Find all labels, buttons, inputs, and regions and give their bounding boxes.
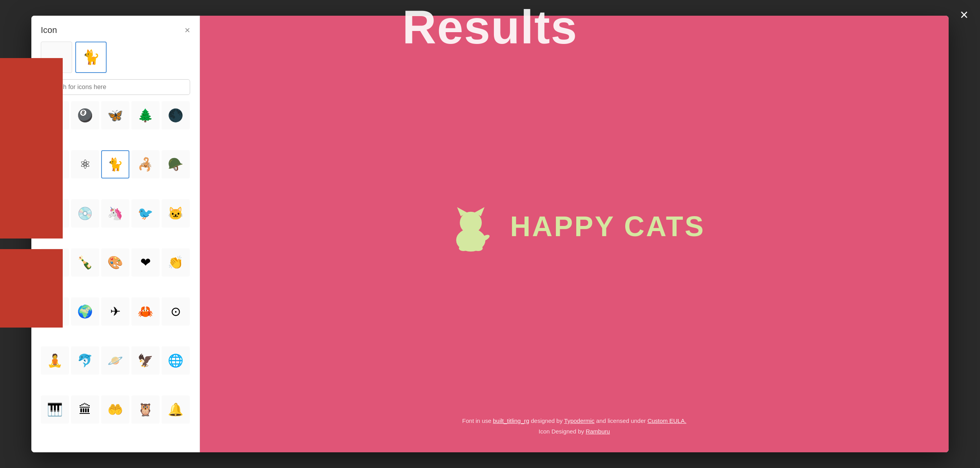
bg-strip-left-bottom (0, 249, 63, 328)
icon-designed-text: Icon Designed by (539, 428, 584, 435)
icons-grid: 🛸🎱🦋🌲🌑🐺⚛🐈🦂🪖🎒💿🦄🐦🐱😊🍾🎨❤👏🐸🌍✈🦀⊙🧘🐬🪐🦅🌐🎹🏛🤲🦉🔔 (41, 101, 190, 443)
helmet-icon[interactable]: 🪖 (162, 150, 190, 178)
bell-icon[interactable]: 🔔 (162, 395, 190, 424)
easel-icon[interactable]: 🎨 (101, 248, 129, 277)
building-icon[interactable]: 🏛 (71, 395, 99, 424)
globe-icon[interactable]: 🌍 (71, 297, 99, 326)
svg-point-5 (459, 246, 468, 251)
heart-icon[interactable]: ❤ (131, 248, 160, 277)
circle-icon[interactable]: ⊙ (162, 297, 190, 326)
dolphin-icon[interactable]: 🐬 (71, 346, 99, 375)
background-title: Results (402, 0, 577, 54)
unicorn-icon[interactable]: 🦄 (101, 199, 129, 228)
eula-link[interactable]: Custom EULA. (648, 417, 686, 424)
typodermic-link[interactable]: Typodermic (564, 417, 595, 424)
trees-icon[interactable]: 🌲 (131, 101, 160, 129)
billiard-icon[interactable]: 🎱 (71, 101, 99, 129)
icon-preview-row: 🐈 (41, 42, 190, 73)
planet-icon[interactable]: 🪐 (101, 346, 129, 375)
svg-point-6 (474, 246, 483, 251)
svg-point-1 (460, 211, 482, 233)
owl-icon[interactable]: 🦉 (131, 395, 160, 424)
bg-strip-left-top (0, 58, 63, 239)
crab-icon[interactable]: 🦀 (131, 297, 160, 326)
font-link[interactable]: built_titling_rg (493, 417, 530, 424)
panel-close-button[interactable]: × (185, 25, 190, 35)
disc-icon[interactable]: 💿 (71, 199, 99, 228)
plane-icon[interactable]: ✈ (101, 297, 129, 326)
cat-logo-icon (443, 199, 498, 254)
atom-icon[interactable]: ⚛ (71, 150, 99, 178)
meditation-icon[interactable]: 🧘 (41, 346, 69, 375)
search-input[interactable] (41, 79, 190, 95)
bird-tail-icon[interactable]: 🐦 (131, 199, 160, 228)
cat-icon[interactable]: 🐈 (101, 150, 129, 178)
logo-area: HAPPY CATS (443, 199, 705, 254)
icon-preview-selected[interactable]: 🐈 (75, 42, 107, 73)
scorpion-icon[interactable]: 🦂 (131, 150, 160, 178)
panel-title: Icon (41, 25, 57, 35)
attribution-text: Font in use built_titling_rg designed by… (462, 415, 686, 437)
cloud-icon[interactable]: 🌑 (162, 101, 190, 129)
bottle-icon[interactable]: 🍾 (71, 248, 99, 277)
piano-icon[interactable]: 🎹 (41, 395, 69, 424)
right-panel: HAPPY CATS Font in use built_titling_rg … (200, 16, 949, 452)
hands-icon[interactable]: 🤲 (101, 395, 129, 424)
cat-face-icon[interactable]: 🐱 (162, 199, 190, 228)
clap-icon[interactable]: 👏 (162, 248, 190, 277)
attribution-font-text: Font in use (462, 417, 491, 424)
modal-container: Icon × 🐈 🛸🎱🦋🌲🌑🐺⚛🐈🦂🪖🎒💿🦄🐦🐱😊🍾🎨❤👏🐸🌍✈🦀⊙🧘🐬🪐🦅🌐🎹… (31, 16, 949, 452)
outer-close-button[interactable]: × (960, 8, 968, 22)
butterfly-icon[interactable]: 🦋 (101, 101, 129, 129)
web-icon[interactable]: 🌐 (162, 346, 190, 375)
panel-header: Icon × (41, 25, 190, 35)
brand-name: HAPPY CATS (510, 210, 705, 242)
ramburu-link[interactable]: Ramburu (586, 428, 610, 435)
eagle-icon[interactable]: 🦅 (131, 346, 160, 375)
